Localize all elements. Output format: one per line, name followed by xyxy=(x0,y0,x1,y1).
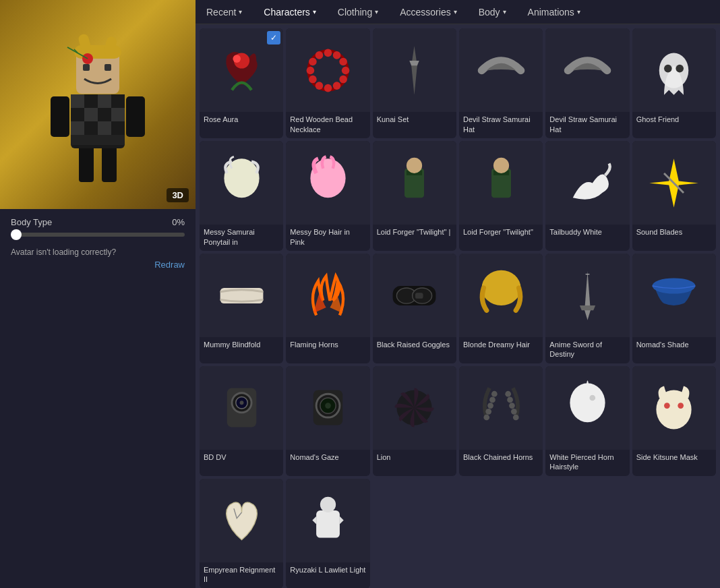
item-card-loid-forger-twilight[interactable]: Loid Forger "Twilight" | xyxy=(373,141,456,251)
svg-point-83 xyxy=(664,403,670,409)
svg-point-71 xyxy=(485,409,491,415)
item-card-white-pierced-horn[interactable]: White Pierced Horn Hairstyle xyxy=(545,366,629,476)
item-image-rose-aura: ✓ xyxy=(200,28,283,112)
item-card-bd-dv[interactable]: BD DV xyxy=(200,366,283,476)
item-image-white-pierced-horn xyxy=(545,366,629,450)
svg-point-28 xyxy=(233,55,241,63)
item-card-anime-sword[interactable]: Anime Sword of Destiny xyxy=(545,254,629,363)
item-label-red-wooden-bead: Red Wooden Bead Necklace xyxy=(286,112,369,138)
item-label-sound-blades: Sound Blades xyxy=(632,225,716,246)
svg-point-52 xyxy=(493,157,509,173)
item-image-ghost-friend xyxy=(632,28,716,112)
svg-point-81 xyxy=(589,395,595,401)
avatar-preview: 3D xyxy=(0,0,196,209)
svg-point-37 xyxy=(309,57,317,65)
chevron-down-icon: ▾ xyxy=(313,8,316,16)
item-card-messy-boy-hair[interactable]: Messy Boy Hair in Pink xyxy=(286,141,369,251)
nav-accessories[interactable]: Accessories ▾ xyxy=(389,0,467,24)
item-label-white-pierced-horn: White Pierced Horn Hairstyle xyxy=(545,450,629,476)
item-label-empyrean-reignment: Empyrean Reignment II xyxy=(200,562,283,588)
svg-point-39 xyxy=(324,49,332,57)
svg-point-43 xyxy=(664,64,672,72)
nav-recent[interactable]: Recent ▾ xyxy=(196,0,253,24)
svg-point-75 xyxy=(513,415,519,421)
item-image-mummy-blindfold xyxy=(200,254,283,337)
svg-point-70 xyxy=(483,415,489,421)
item-label-black-chained-horns: Black Chained Horns xyxy=(459,450,543,471)
item-label-kunai-set: Kunai Set xyxy=(373,112,456,134)
item-card-mummy-blindfold[interactable]: Mummy Blindfold xyxy=(200,254,283,363)
item-card-rose-aura[interactable]: ✓Rose Aura xyxy=(200,28,283,138)
svg-rect-19 xyxy=(83,64,90,71)
item-card-ghost-friend[interactable]: Ghost Friend xyxy=(632,28,716,138)
svg-rect-12 xyxy=(84,121,98,135)
item-image-kunai-set xyxy=(373,28,456,112)
item-image-side-kitsune xyxy=(632,366,716,450)
svg-point-79 xyxy=(505,391,511,397)
svg-point-76 xyxy=(511,409,517,415)
item-image-sound-blades xyxy=(632,141,716,225)
item-label-nomads-shade: Nomad's Shade xyxy=(632,337,716,359)
chevron-down-icon: ▾ xyxy=(239,8,242,16)
item-image-loid-forger-2 xyxy=(459,141,543,225)
svg-point-41 xyxy=(339,57,347,65)
item-image-flaming-horns xyxy=(286,254,369,337)
item-card-red-wooden-bead[interactable]: Red Wooden Bead Necklace xyxy=(286,28,369,138)
item-image-messy-boy-hair xyxy=(286,141,369,225)
svg-point-78 xyxy=(507,397,513,403)
item-image-tailbuddy-white xyxy=(545,141,629,225)
svg-rect-7 xyxy=(71,108,84,121)
svg-point-86 xyxy=(320,497,336,512)
svg-rect-9 xyxy=(98,108,111,121)
svg-rect-4 xyxy=(84,94,98,108)
item-label-messy-samurai: Messy Samurai Ponytail in xyxy=(200,225,283,251)
item-card-tailbuddy-white[interactable]: Tailbuddy White xyxy=(545,141,629,251)
item-card-side-kitsune[interactable]: Side Kitsune Mask xyxy=(632,366,716,476)
redraw-button[interactable]: Redraw xyxy=(11,260,185,270)
svg-rect-15 xyxy=(71,135,125,145)
svg-point-84 xyxy=(678,403,684,409)
body-type-value: 0% xyxy=(172,217,185,227)
svg-point-36 xyxy=(307,66,315,74)
item-card-black-raised-goggles[interactable]: Black Raised Goggles xyxy=(373,254,456,363)
nav-characters[interactable]: Characters ▾ xyxy=(253,0,326,24)
item-card-sound-blades[interactable]: Sound Blades xyxy=(632,141,716,251)
nav-animations[interactable]: Animations ▾ xyxy=(517,0,591,24)
item-card-messy-samurai[interactable]: Messy Samurai Ponytail in xyxy=(200,141,283,251)
item-card-ryuzaki-lawliet[interactable]: Ryuzaki L Lawliet Light xyxy=(286,479,369,588)
item-card-empyrean-reignment[interactable]: Empyrean Reignment II xyxy=(200,479,283,588)
item-card-lion[interactable]: Lion xyxy=(373,366,456,476)
slider-thumb[interactable] xyxy=(11,229,22,240)
item-card-devil-straw-2[interactable]: Devil Straw Samurai Hat xyxy=(545,28,629,138)
svg-point-44 xyxy=(676,64,684,72)
svg-rect-3 xyxy=(71,94,84,108)
svg-rect-14 xyxy=(111,121,125,135)
item-image-devil-straw-2 xyxy=(545,28,629,112)
item-image-lion xyxy=(373,366,456,450)
nav-body[interactable]: Body ▾ xyxy=(468,0,517,24)
item-label-flaming-horns: Flaming Horns xyxy=(286,337,369,359)
item-card-nomads-gaze[interactable]: Nomad's Gaze xyxy=(286,366,369,476)
body-type-row: Body Type 0% xyxy=(11,217,185,227)
item-image-black-chained-horns xyxy=(459,366,543,450)
item-card-kunai-set[interactable]: Kunai Set xyxy=(373,28,456,138)
item-label-devil-straw-2: Devil Straw Samurai Hat xyxy=(545,112,629,138)
item-image-ryuzaki-lawliet xyxy=(286,479,369,562)
item-label-blonde-dreamy-hair: Blonde Dreamy Hair xyxy=(459,337,543,359)
svg-rect-10 xyxy=(111,108,125,121)
item-card-loid-forger-2[interactable]: Loid Forger "Twilight" xyxy=(459,141,543,251)
body-type-slider[interactable] xyxy=(11,233,185,237)
item-card-blonde-dreamy-hair[interactable]: Blonde Dreamy Hair xyxy=(459,254,543,363)
chevron-down-icon: ▾ xyxy=(503,8,506,16)
svg-point-74 xyxy=(491,391,498,397)
item-card-flaming-horns[interactable]: Flaming Horns xyxy=(286,254,369,363)
item-label-rose-aura: Rose Aura xyxy=(200,112,283,134)
item-card-devil-straw-1[interactable]: Devil Straw Samurai Hat xyxy=(459,28,543,138)
item-card-black-chained-horns[interactable]: Black Chained Horns xyxy=(459,366,543,476)
nav-clothing[interactable]: Clothing ▾ xyxy=(327,0,389,24)
svg-point-38 xyxy=(316,51,324,59)
item-card-nomads-shade[interactable]: Nomad's Shade xyxy=(632,254,716,363)
svg-point-42 xyxy=(659,53,689,88)
nav-bar: Recent ▾ Characters ▾ Clothing ▾ Accesso… xyxy=(196,0,720,24)
svg-rect-11 xyxy=(71,121,84,135)
